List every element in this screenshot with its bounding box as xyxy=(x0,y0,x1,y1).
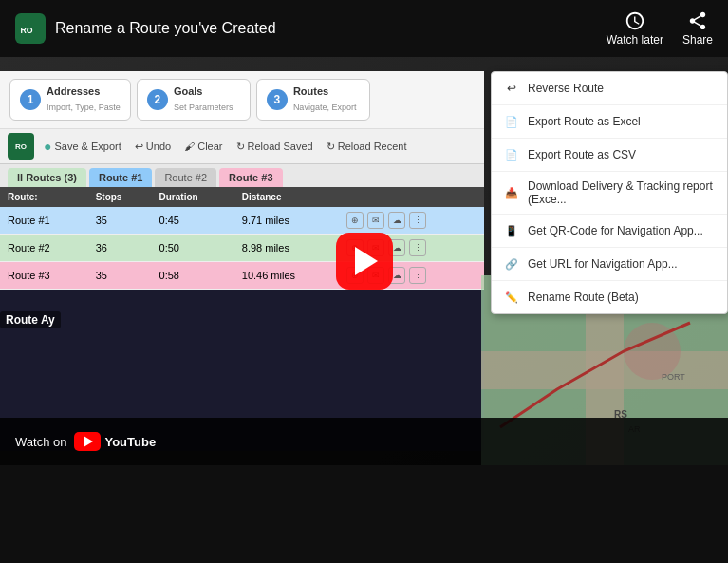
watch-later-button[interactable]: Watch later xyxy=(607,10,663,47)
route-distance-2: 8.98 miles xyxy=(234,235,339,262)
menu-get-url-label: Get URL for Navigation App... xyxy=(528,257,678,271)
menu-download-report-label: Download Delivery & Tracking report (Exc… xyxy=(528,179,716,206)
video-container[interactable]: 1 Addresses Import, Type, Paste 2 Goals … xyxy=(0,57,728,465)
menu-export-csv-label: Export Route as CSV xyxy=(528,148,636,161)
share-button[interactable]: Share xyxy=(682,10,713,47)
app-icon: RO xyxy=(15,13,46,44)
tab-route1: Route #1 xyxy=(89,168,152,187)
tab-route2: Route #2 xyxy=(155,168,216,187)
route-duration-2: 0:50 xyxy=(152,235,234,262)
col-distance: Distance xyxy=(234,187,339,207)
menu-export-excel-label: Export Route as Excel xyxy=(528,115,641,128)
tab-route3: Route #3 xyxy=(219,168,282,187)
page-title: Rename a Route you've Created xyxy=(55,20,276,37)
route-duration-3: 0:58 xyxy=(152,262,234,290)
menu-rename-route[interactable]: ✏️ Rename Route (Beta) xyxy=(492,281,727,313)
share-label: Share xyxy=(682,33,713,47)
qr-code-icon: 📱 xyxy=(503,222,520,239)
routes-table: Route: Stops Duration Distance Route #1 … xyxy=(0,187,484,290)
step-goals-subtitle: Set Parameters xyxy=(174,103,233,112)
get-url-icon: 🔗 xyxy=(503,255,520,272)
undo-btn: ↩ Undo xyxy=(131,139,175,155)
menu-export-excel[interactable]: 📄 Export Route as Excel xyxy=(492,105,727,139)
svg-text:RO: RO xyxy=(21,26,33,35)
export-csv-icon: 📄 xyxy=(503,146,520,163)
bottom-bar: Watch on YouTube xyxy=(0,418,728,465)
step-goals: 2 Goals Set Parameters xyxy=(137,79,251,121)
reload-saved-btn: ↻ Reload Saved xyxy=(233,139,317,155)
share-icon xyxy=(687,10,708,31)
reverse-route-icon: ↩ xyxy=(503,80,520,97)
play-button[interactable] xyxy=(336,233,393,290)
menu-reverse-route[interactable]: ↩ Reverse Route xyxy=(492,72,727,105)
svg-text:PORT: PORT xyxy=(662,372,685,382)
step-routes-subtitle: Navigate, Export xyxy=(293,103,357,112)
route-name-2: Route #2 xyxy=(0,235,88,262)
route-actions-1: ⊕ ✉ ☁ ⋮ xyxy=(339,207,484,235)
route-duration-1: 0:45 xyxy=(152,207,234,235)
route-name-3: Route #3 xyxy=(0,262,88,290)
step-routes-title: Routes xyxy=(293,85,357,97)
toolbar: RO ● Save & Export ↩ Undo 🖌 Clear ↻ Relo… xyxy=(0,129,484,164)
route-stops-1: 35 xyxy=(88,207,152,235)
tabs-bar: ll Routes (3) Route #1 Route #2 Route #3 xyxy=(0,164,484,187)
col-extra xyxy=(339,187,484,207)
route-ui-screenshot: 1 Addresses Import, Type, Paste 2 Goals … xyxy=(0,71,484,451)
route-distance-1: 9.71 miles xyxy=(234,207,339,235)
route-stops-2: 36 xyxy=(88,235,152,262)
header: RO Rename a Route you've Created Watch l… xyxy=(0,0,728,57)
clear-btn: 🖌 Clear xyxy=(180,139,226,154)
watch-later-icon xyxy=(625,10,645,31)
rename-route-icon: ✏️ xyxy=(503,289,520,306)
header-actions: Watch later Share xyxy=(607,10,713,47)
table-row: Route #1 35 0:45 9.71 miles ⊕ ✉ ☁ ⋮ xyxy=(0,207,484,235)
route-distance-3: 10.46 miles xyxy=(234,262,339,290)
col-duration: Duration xyxy=(152,187,234,207)
table-row: Route #3 35 0:58 10.46 miles ⊕ ✉ ☁ ⋮ xyxy=(0,262,484,290)
menu-reverse-route-label: Reverse Route xyxy=(528,82,604,95)
table-row: Route #2 36 0:50 8.98 miles ⊕ ✉ ☁ ⋮ xyxy=(0,235,484,262)
route-stops-3: 35 xyxy=(88,262,152,290)
col-route: Route: xyxy=(0,187,88,207)
download-report-icon: 📥 xyxy=(503,184,520,201)
menu-download-report[interactable]: 📥 Download Delivery & Tracking report (E… xyxy=(492,172,727,215)
step-addresses: 1 Addresses Import, Type, Paste xyxy=(9,79,131,121)
step-goals-title: Goals xyxy=(174,85,233,97)
col-stops: Stops xyxy=(88,187,152,207)
header-left: RO Rename a Route you've Created xyxy=(15,13,276,44)
steps-bar: 1 Addresses Import, Type, Paste 2 Goals … xyxy=(0,71,484,129)
watch-on-label: Watch on xyxy=(15,435,66,449)
context-menu: ↩ Reverse Route 📄 Export Route as Excel … xyxy=(491,71,728,314)
youtube-play-icon xyxy=(74,432,101,451)
toolbar-logo: RO xyxy=(8,133,34,160)
youtube-logo[interactable]: YouTube xyxy=(74,432,156,451)
route-ay-label: Route Ay xyxy=(0,311,61,328)
menu-rename-route-label: Rename Route (Beta) xyxy=(528,291,639,304)
menu-export-csv[interactable]: 📄 Export Route as CSV xyxy=(492,139,727,172)
youtube-label: YouTube xyxy=(104,435,156,449)
watch-later-label: Watch later xyxy=(607,33,663,47)
play-triangle-icon xyxy=(355,247,378,275)
tab-all-routes: ll Routes (3) xyxy=(8,168,86,187)
reload-recent-btn: ↻ Reload Recent xyxy=(323,139,411,155)
step-addresses-title: Addresses xyxy=(47,85,121,97)
save-export-btn: ● Save & Export xyxy=(40,137,125,156)
step-routes: 3 Routes Navigate, Export xyxy=(256,79,370,121)
menu-get-url[interactable]: 🔗 Get URL for Navigation App... xyxy=(492,248,727,281)
route-name-1: Route #1 xyxy=(0,207,88,235)
menu-qr-code[interactable]: 📱 Get QR-Code for Navigation App... xyxy=(492,215,727,248)
step-addresses-subtitle: Import, Type, Paste xyxy=(47,103,121,112)
export-excel-icon: 📄 xyxy=(503,113,520,130)
menu-qr-code-label: Get QR-Code for Navigation App... xyxy=(528,224,703,237)
video-content: 1 Addresses Import, Type, Paste 2 Goals … xyxy=(0,57,728,465)
